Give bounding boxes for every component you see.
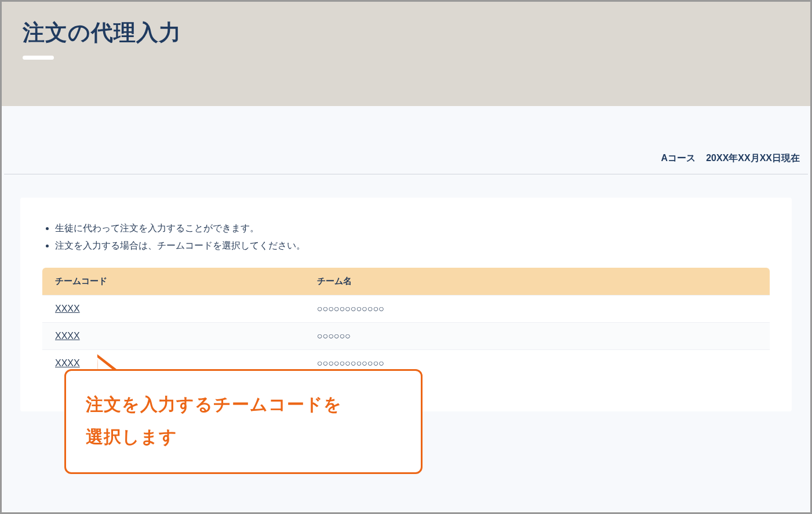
teamname-cell: ○○○○○○○○○○○○ — [304, 349, 770, 377]
course-label: Aコース — [661, 152, 696, 165]
meta-row: Aコース 20XX年XX月XX日現在 — [4, 106, 808, 174]
table-row: XXXX ○○○○○○○○○○○○ — [42, 349, 770, 377]
page-header: 注文の代理入力 — [2, 2, 810, 106]
teamname-cell: ○○○○○○ — [304, 322, 770, 349]
title-underline — [23, 56, 54, 60]
table-row: XXXX ○○○○○○○○○○○○ — [42, 295, 770, 322]
teamname-cell: ○○○○○○○○○○○○ — [304, 295, 770, 322]
main-card: 生徒に代わって注文を入力することができます。 注文を入力する場合は、チームコード… — [20, 198, 792, 411]
divider — [4, 174, 808, 174]
teamcode-link[interactable]: XXXX — [55, 304, 80, 313]
asof-label: 20XX年XX月XX日現在 — [706, 152, 800, 165]
col-header-teamname: チーム名 — [304, 268, 770, 296]
page-title: 注文の代理入力 — [23, 18, 789, 48]
teamcode-link[interactable]: XXXX — [55, 331, 80, 341]
instruction-item: 生徒に代わって注文を入力することができます。 — [55, 220, 770, 237]
team-table: チームコード チーム名 XXXX ○○○○○○○○○○○○ XXXX ○○○○○… — [42, 268, 770, 377]
table-row: XXXX ○○○○○○ — [42, 322, 770, 349]
col-header-teamcode: チームコード — [42, 268, 304, 296]
content-area: Aコース 20XX年XX月XX日現在 生徒に代わって注文を入力することができます… — [2, 106, 810, 512]
instruction-list: 生徒に代わって注文を入力することができます。 注文を入力する場合は、チームコード… — [42, 220, 770, 255]
instruction-item: 注文を入力する場合は、チームコードを選択してください。 — [55, 237, 770, 254]
teamcode-link[interactable]: XXXX — [55, 358, 80, 368]
